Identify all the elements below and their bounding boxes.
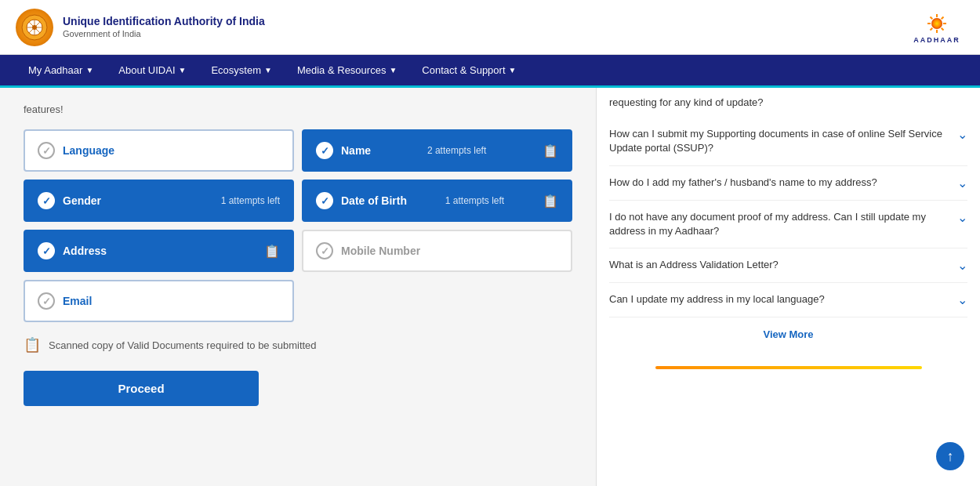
nav-contact-arrow: ▼ — [509, 66, 517, 74]
faq-question-1[interactable]: How can I submit my Supporting documents… — [609, 127, 967, 155]
faq-question-3[interactable]: I do not have any document proof of my a… — [609, 210, 967, 238]
left-panel: features! ✓ Language ✓ Name 2 attempts l… — [0, 88, 596, 486]
faq-question-text-3: I do not have any document proof of my a… — [609, 210, 949, 238]
svg-point-7 — [931, 18, 942, 29]
view-more-link[interactable]: View More — [609, 317, 967, 348]
nav-ecosystem[interactable]: Ecosystem ▼ — [198, 55, 284, 85]
option-email[interactable]: ✓ Email — [24, 280, 294, 322]
name-check-icon: ✓ — [316, 142, 333, 159]
language-label: Language — [63, 144, 114, 157]
aadhaar-logo: AADHAAR — [909, 8, 964, 47]
address-doc-icon: 📋 — [264, 244, 280, 259]
option-language[interactable]: ✓ Language — [24, 129, 294, 172]
faq-chevron-2: ⌄ — [957, 176, 967, 190]
nav-my-aadhaar-arrow: ▼ — [85, 66, 93, 74]
faq-chevron-1: ⌄ — [957, 127, 967, 142]
gov-name: Government of India — [63, 28, 265, 39]
faq-item-1: How can I submit my Supporting documents… — [609, 118, 967, 165]
faq-item-4: What is an Address Validation Letter? ⌄ — [609, 248, 967, 283]
scroll-up-button[interactable]: ↑ — [936, 442, 964, 470]
email-label: Email — [63, 295, 92, 307]
right-panel: requesting for any kind of update? How c… — [596, 88, 980, 486]
faq-question-text-1: How can I submit my Supporting documents… — [609, 127, 949, 155]
gender-check-icon: ✓ — [38, 192, 55, 209]
svg-line-15 — [931, 27, 933, 30]
faq-question-2[interactable]: How do I add my father's / husband's nam… — [609, 176, 967, 190]
ashoka-emblem — [16, 9, 53, 46]
svg-line-12 — [931, 16, 933, 19]
nav-media-arrow: ▼ — [389, 66, 397, 74]
name-attempts: 2 attempts left — [427, 145, 486, 156]
option-gender[interactable]: ✓ Gender 1 attempts left — [24, 180, 294, 222]
name-doc-icon: 📋 — [543, 143, 558, 158]
header-title-block: Unique Identification Authority of India… — [63, 14, 265, 39]
faq-item-5: Can I update my address in my local lang… — [609, 283, 967, 317]
faq-item-2: How do I add my father's / husband's nam… — [609, 166, 967, 201]
address-check-icon: ✓ — [38, 242, 55, 259]
option-address[interactable]: ✓ Address 📋 — [24, 230, 294, 272]
email-check-icon: ✓ — [38, 292, 55, 310]
illustration-bar — [655, 366, 922, 369]
mobile-check-icon: ✓ — [316, 242, 333, 259]
header-branding: Unique Identification Authority of India… — [16, 9, 265, 46]
faq-question-text-5: Can I update my address in my local lang… — [609, 292, 949, 306]
svg-line-13 — [942, 27, 944, 30]
option-name[interactable]: ✓ Name 2 attempts left 📋 — [302, 129, 572, 172]
dob-check-icon: ✓ — [316, 192, 333, 209]
proceed-button[interactable]: Proceed — [24, 371, 259, 406]
option-dob[interactable]: ✓ Date of Birth 1 attempts left 📋 — [302, 180, 572, 222]
faq-chevron-4: ⌄ — [957, 258, 967, 273]
dob-attempts: 1 attempts left — [445, 195, 504, 206]
doc-note: 📋 Scanned copy of Valid Documents requir… — [24, 333, 572, 357]
faq-question-text-4: What is an Address Validation Letter? — [609, 258, 949, 272]
faq-question-4[interactable]: What is an Address Validation Letter? ⌄ — [609, 258, 967, 273]
nav-about-uidai-arrow: ▼ — [179, 66, 187, 74]
features-text: features! — [24, 103, 572, 115]
nav-media-resources[interactable]: Media & Resources ▼ — [285, 55, 409, 85]
mobile-label: Mobile Number — [341, 245, 420, 257]
gender-label: Gender — [63, 194, 101, 207]
doc-note-icon: 📋 — [24, 336, 41, 354]
gender-attempts: 1 attempts left — [221, 195, 280, 206]
nav-about-uidai[interactable]: About UIDAI ▼ — [106, 55, 198, 85]
faq-question-5[interactable]: Can I update my address in my local lang… — [609, 292, 967, 307]
main-navbar: My Aadhaar ▼ About UIDAI ▼ Ecosystem ▼ M… — [0, 55, 980, 88]
option-mobile[interactable]: ✓ Mobile Number — [302, 230, 572, 272]
faq-question-text-2: How do I add my father's / husband's nam… — [609, 176, 949, 190]
faq-chevron-3: ⌄ — [957, 210, 967, 225]
dob-label: Date of Birth — [341, 194, 407, 207]
site-header: Unique Identification Authority of India… — [0, 0, 980, 55]
nav-my-aadhaar[interactable]: My Aadhaar ▼ — [16, 55, 106, 85]
nav-contact-support[interactable]: Contact & Support ▼ — [409, 55, 528, 85]
faq-item-3: I do not have any document proof of my a… — [609, 201, 967, 248]
bottom-illustration — [609, 348, 967, 387]
org-name: Unique Identification Authority of India — [63, 14, 265, 28]
main-content: features! ✓ Language ✓ Name 2 attempts l… — [0, 88, 980, 486]
svg-line-14 — [942, 16, 944, 19]
faq-partial-text: requesting for any kind of update? — [609, 96, 967, 110]
doc-note-text: Scanned copy of Valid Documents required… — [49, 339, 317, 351]
language-check-icon: ✓ — [38, 142, 55, 159]
dob-doc-icon: 📋 — [543, 194, 558, 209]
update-options-grid: ✓ Language ✓ Name 2 attempts left 📋 ✓ Ge… — [24, 129, 572, 322]
faq-chevron-5: ⌄ — [957, 292, 967, 307]
name-label: Name — [341, 144, 371, 157]
nav-ecosystem-arrow: ▼ — [264, 66, 272, 74]
aadhaar-text: AADHAAR — [913, 36, 960, 44]
address-label: Address — [63, 245, 107, 257]
